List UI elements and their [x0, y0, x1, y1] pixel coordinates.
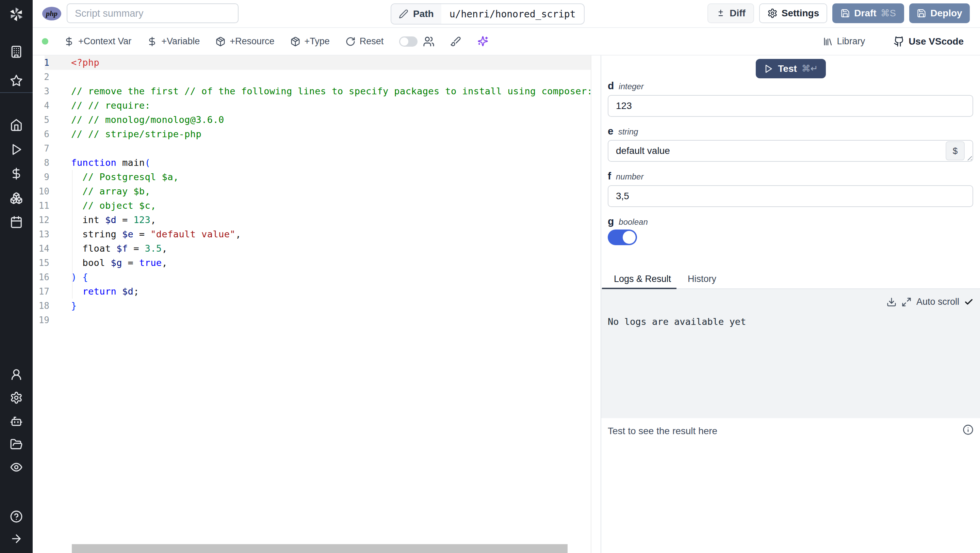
logs-toolbar: Auto scroll [886, 296, 974, 307]
add-context-var-button[interactable]: +Context Var [64, 36, 131, 47]
auto-scroll-label: Auto scroll [916, 296, 959, 307]
field-e-label: e string [608, 125, 638, 137]
path-value[interactable]: u/henri/honored_script [441, 4, 584, 24]
pencil-icon [399, 9, 408, 19]
use-vscode-button[interactable]: Use VScode [894, 36, 964, 47]
format-brush-icon[interactable] [450, 36, 462, 47]
code-lines[interactable]: <?php// remove the first // of the follo… [71, 56, 592, 327]
field-e-textarea[interactable]: default value [608, 140, 973, 162]
path-label-section: Path [391, 4, 441, 24]
toolbar-left-group: +Context Var +Variable +Resource +Type R… [42, 28, 489, 55]
package-icon [290, 37, 301, 47]
dollar-icon[interactable] [10, 167, 23, 180]
app-sidebar [0, 0, 33, 553]
save-draft-button[interactable]: Draft ⌘S [832, 3, 904, 23]
diff-button[interactable]: Diff [708, 3, 754, 23]
users-icon[interactable] [423, 36, 434, 47]
boolean-toggle[interactable] [608, 229, 637, 245]
top-bar: php Path u/henri/honored_script Diff Set… [33, 0, 980, 28]
test-run-button[interactable]: Test ⌘↵ [756, 59, 826, 78]
php-language-badge[interactable]: php [42, 7, 61, 21]
info-icon[interactable] [963, 424, 974, 435]
tab-logs-result[interactable]: Logs & Result [614, 274, 671, 284]
library-icon [823, 37, 833, 47]
field-f-input[interactable]: 3,5 [608, 185, 973, 207]
save-icon [917, 8, 926, 18]
play-icon[interactable] [10, 143, 23, 156]
field-d-input[interactable]: 123 [608, 95, 973, 117]
gear-icon[interactable] [10, 391, 23, 404]
robot-icon[interactable] [10, 415, 23, 428]
field-f-label: f number [608, 170, 643, 182]
home-icon[interactable] [10, 118, 23, 131]
download-icon[interactable] [886, 297, 897, 307]
add-type-button[interactable]: +Type [290, 36, 330, 47]
package-icon [215, 37, 226, 47]
save-icon [840, 8, 850, 18]
resize-handle[interactable] [966, 154, 972, 160]
editor-toolbar: +Context Var +Variable +Resource +Type R… [33, 28, 980, 56]
add-variable-button[interactable]: +Variable [147, 36, 200, 47]
folder-icon[interactable] [10, 438, 23, 451]
no-logs-message: No logs are available yet [608, 316, 746, 327]
field-g-label: g boolean [608, 215, 648, 227]
building-icon[interactable] [10, 45, 23, 58]
reset-button[interactable]: Reset [345, 36, 384, 47]
draft-shortcut: ⌘S [881, 8, 896, 19]
multiplayer-toggle[interactable] [399, 37, 417, 47]
result-placeholder: Test to see the result here [608, 426, 717, 437]
field-d-label: d integer [608, 80, 644, 92]
calendar-icon[interactable] [10, 215, 23, 228]
arrow-right-icon[interactable] [10, 532, 23, 545]
windmill-logo[interactable] [8, 5, 25, 23]
insert-variable-button[interactable]: $ [946, 141, 965, 160]
toolbar-right-group: Library Use VScode [823, 28, 964, 55]
settings-button[interactable]: Settings [759, 3, 827, 23]
library-button[interactable]: Library [823, 36, 865, 47]
ai-sparkles-icon[interactable] [477, 36, 489, 47]
github-icon [894, 36, 904, 47]
editor-gutter: 12345678910111213141516171819 [33, 56, 49, 327]
panel-tabs: Logs & Result History [601, 273, 980, 289]
tab-history[interactable]: History [688, 274, 716, 284]
dollar-icon [147, 37, 157, 47]
code-editor[interactable]: 12345678910111213141516171819 <?php// re… [33, 56, 601, 553]
editor-right-edge [591, 56, 592, 553]
refresh-icon [345, 37, 356, 47]
check-icon[interactable] [964, 297, 974, 307]
result-panel: Test to see the result here [601, 418, 980, 553]
play-icon [764, 64, 773, 73]
diff-icon [716, 8, 725, 18]
user-icon[interactable] [10, 368, 23, 381]
topbar-actions: Diff Settings Draft ⌘S Deploy [708, 3, 970, 23]
path-widget[interactable]: Path u/henri/honored_script [391, 3, 585, 24]
script-summary-input[interactable] [67, 3, 239, 23]
help-icon[interactable] [10, 510, 23, 523]
expand-icon[interactable] [901, 297, 912, 307]
add-resource-button[interactable]: +Resource [215, 36, 274, 47]
star-icon[interactable] [10, 74, 23, 87]
boxes-icon[interactable] [10, 192, 23, 205]
eye-icon[interactable] [10, 461, 23, 474]
deploy-button[interactable]: Deploy [909, 3, 970, 23]
dollar-icon [64, 37, 74, 47]
path-label: Path [413, 8, 434, 19]
gear-icon [767, 8, 778, 18]
test-shortcut: ⌘↵ [802, 63, 818, 74]
horizontal-scrollbar[interactable] [72, 544, 568, 553]
sidebar-divider [0, 92, 33, 93]
test-panel: Test ⌘↵ d integer 123 e string default v… [601, 56, 980, 553]
status-dot [42, 38, 48, 45]
logs-panel: Auto scroll No logs are available yet [601, 289, 980, 418]
